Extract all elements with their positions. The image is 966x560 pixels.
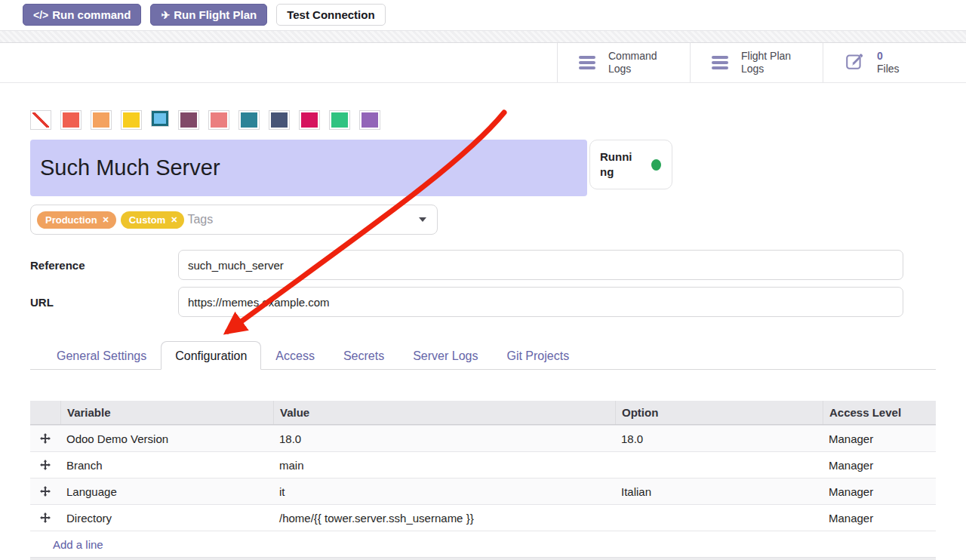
add-a-line-link[interactable]: Add a line xyxy=(30,538,103,551)
tab-server-logs[interactable]: Server Logs xyxy=(398,341,492,370)
run-command-label: Run command xyxy=(52,8,131,21)
tab-git-projects[interactable]: Git Projects xyxy=(492,341,583,370)
table-row-directory[interactable]: Directory/home/{{ tower.server.ssh_usern… xyxy=(30,504,936,531)
url-field-row: URL xyxy=(30,287,903,317)
color-swatch-8[interactable] xyxy=(269,110,290,130)
color-swatch-11[interactable] xyxy=(359,110,380,130)
tags-placeholder: Tags xyxy=(187,213,213,226)
option-cell[interactable]: 18.0 xyxy=(615,432,823,445)
table-row-odoo-demo-version[interactable]: Odoo Demo Version18.018.0Manager xyxy=(30,425,936,451)
color-swatch-0[interactable] xyxy=(30,110,51,130)
chevron-down-icon[interactable] xyxy=(419,217,426,222)
tab-access[interactable]: Access xyxy=(261,341,329,370)
column-header-variable[interactable]: Variable xyxy=(60,401,273,424)
color-swatch-9[interactable] xyxy=(299,110,320,130)
files-label: Files xyxy=(877,63,900,75)
server-name-text: Such Much Server xyxy=(30,155,220,180)
variable-cell[interactable]: Language xyxy=(60,485,273,498)
files-count: 0 Files xyxy=(877,50,940,75)
drag-handle-icon[interactable] xyxy=(30,460,60,470)
server-form-page: </> Run command ✈ Run Flight Plan Test C… xyxy=(0,0,966,560)
color-palette xyxy=(30,110,380,130)
column-header-option[interactable]: Option xyxy=(615,401,823,424)
option-cell[interactable]: Italian xyxy=(615,485,823,498)
value-cell[interactable]: 18.0 xyxy=(273,432,615,445)
tags-input[interactable]: Production✕Custom✕ Tags xyxy=(30,205,438,235)
column-header-value[interactable]: Value xyxy=(273,401,615,424)
color-swatch-2[interactable] xyxy=(91,110,112,130)
color-swatch-1[interactable] xyxy=(60,110,82,130)
remove-tag-icon[interactable]: ✕ xyxy=(103,215,109,225)
files-stat-button[interactable]: 0 Files xyxy=(823,43,966,82)
texture-divider xyxy=(0,30,966,43)
access-level-cell[interactable]: Manager xyxy=(823,485,936,498)
table-body: Odoo Demo Version18.018.0ManagerBranchma… xyxy=(30,425,936,531)
run-flight-plan-label: Run Flight Plan xyxy=(174,8,257,21)
table-header-row: Variable Value Option Access Level xyxy=(30,401,936,425)
access-level-cell[interactable]: Manager xyxy=(823,432,936,445)
tag-label: Production xyxy=(45,214,97,226)
color-swatch-10[interactable] xyxy=(329,110,350,130)
value-cell[interactable]: main xyxy=(273,459,615,472)
tab-configuration[interactable]: Configuration xyxy=(161,341,261,370)
header-band: Command Logs Flight Plan Logs 0 Files xyxy=(0,43,966,83)
title-row: Such Much Server Running xyxy=(30,140,672,196)
variable-cell[interactable]: Directory xyxy=(60,512,273,525)
remove-tag-icon[interactable]: ✕ xyxy=(171,215,177,225)
tag-production[interactable]: Production✕ xyxy=(37,211,116,229)
drag-handle-icon[interactable] xyxy=(30,433,60,444)
tab-secrets[interactable]: Secrets xyxy=(329,341,398,370)
reference-label: Reference xyxy=(30,259,178,272)
list-icon xyxy=(579,56,595,69)
command-logs-label: Command Logs xyxy=(608,50,672,75)
color-swatch-3[interactable] xyxy=(121,110,142,130)
drag-column-header xyxy=(30,401,60,424)
tab-general-settings[interactable]: General Settings xyxy=(42,341,161,370)
table-footer-strip xyxy=(30,557,936,560)
flight-plan-logs-label: Flight Plan Logs xyxy=(741,50,804,75)
add-line-row: Add a line xyxy=(30,531,936,557)
test-connection-button[interactable]: Test Connection xyxy=(276,4,385,26)
plane-icon: ✈ xyxy=(161,9,170,21)
edit-icon xyxy=(844,51,864,74)
value-cell[interactable]: it xyxy=(273,485,615,498)
flight-plan-logs-stat-button[interactable]: Flight Plan Logs xyxy=(690,43,823,82)
tag-label: Custom xyxy=(129,214,165,226)
table-row-language[interactable]: LanguageitItalianManager xyxy=(30,478,936,504)
variable-cell[interactable]: Branch xyxy=(60,459,273,472)
test-connection-label: Test Connection xyxy=(287,8,374,21)
color-swatch-7[interactable] xyxy=(238,110,260,130)
table-row-branch[interactable]: BranchmainManager xyxy=(30,451,936,478)
reference-input[interactable] xyxy=(178,250,903,280)
tag-custom[interactable]: Custom✕ xyxy=(121,211,185,229)
color-swatch-6[interactable] xyxy=(208,110,229,130)
server-name-field[interactable]: Such Much Server xyxy=(30,140,587,196)
status-button[interactable]: Running xyxy=(589,140,672,189)
command-logs-stat-button[interactable]: Command Logs xyxy=(557,43,690,82)
access-level-cell[interactable]: Manager xyxy=(823,459,936,472)
toolbar: </> Run command ✈ Run Flight Plan Test C… xyxy=(23,4,386,26)
drag-handle-icon[interactable] xyxy=(30,486,60,497)
url-label: URL xyxy=(30,296,178,309)
tags-list: Production✕Custom✕ xyxy=(37,211,184,229)
list-icon xyxy=(712,56,728,69)
variables-table: Variable Value Option Access Level Odoo … xyxy=(30,401,936,560)
drag-handle-icon[interactable] xyxy=(30,512,60,523)
run-flight-plan-button[interactable]: ✈ Run Flight Plan xyxy=(150,4,267,26)
run-command-button[interactable]: </> Run command xyxy=(23,4,141,26)
status-label: Running xyxy=(600,149,638,180)
notebook-tabs: General SettingsConfigurationAccessSecre… xyxy=(30,341,936,370)
color-swatch-4[interactable] xyxy=(151,110,169,127)
value-cell[interactable]: /home/{{ tower.server.ssh_username }} xyxy=(273,512,615,525)
url-input[interactable] xyxy=(178,287,903,317)
access-level-cell[interactable]: Manager xyxy=(823,512,936,525)
color-swatch-5[interactable] xyxy=(178,110,199,130)
reference-field-row: Reference xyxy=(30,250,903,280)
status-dot-icon xyxy=(651,159,661,171)
files-count-value: 0 xyxy=(877,50,883,62)
code-icon: </> xyxy=(33,9,48,21)
variable-cell[interactable]: Odoo Demo Version xyxy=(60,432,273,445)
column-header-access-level[interactable]: Access Level xyxy=(823,401,936,424)
